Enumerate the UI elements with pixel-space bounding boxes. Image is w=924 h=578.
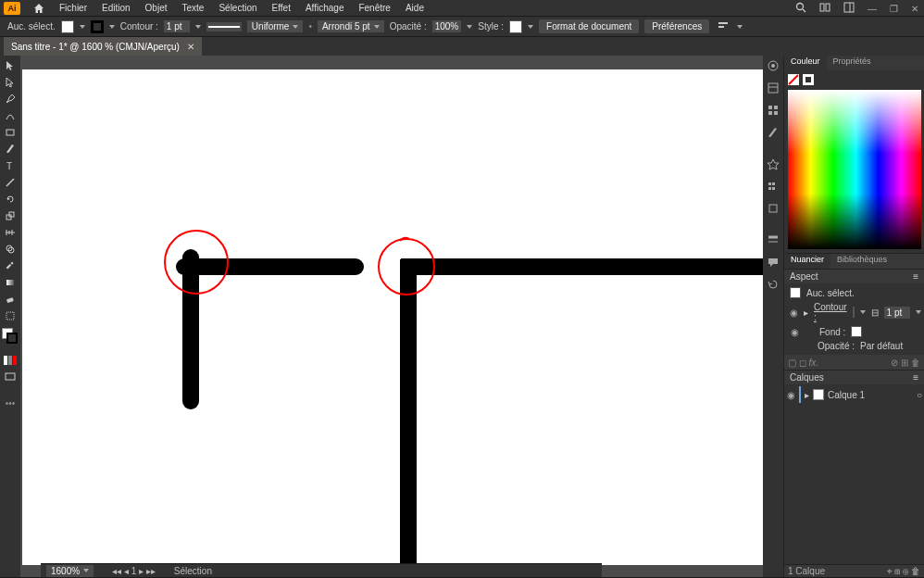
stroke-swatch-panel[interactable] <box>803 74 814 85</box>
window-close[interactable]: ✕ <box>909 4 920 14</box>
corner-dropdown[interactable]: Arrondi 5 pt <box>318 20 384 32</box>
scale-tool[interactable] <box>0 207 20 224</box>
menu-fenetre[interactable]: Fenêtre <box>351 3 397 13</box>
window-minimize[interactable]: — <box>866 4 879 14</box>
opacity-value[interactable]: Par défaut <box>860 341 903 351</box>
stepper-icon[interactable]: ⊟ <box>871 308 879 318</box>
no-fill-swatch[interactable] <box>788 74 799 85</box>
shapebuilder-tool[interactable] <box>0 241 20 258</box>
chevron-down-icon[interactable] <box>916 310 921 314</box>
new-sublayer-icon[interactable]: ⊞ <box>894 566 900 576</box>
layer-row[interactable]: ◉ ▸ Calque 1 ○ <box>784 386 924 403</box>
rotate-tool[interactable] <box>0 191 20 207</box>
transform-icon[interactable] <box>767 202 780 217</box>
brushes-icon[interactable] <box>767 126 780 141</box>
document-format-button[interactable]: Format de document <box>539 19 639 33</box>
clear-icon[interactable]: ⊘ <box>891 358 898 368</box>
tab-proprietes[interactable]: Propriétés <box>827 56 878 70</box>
properties-icon[interactable] <box>767 59 780 74</box>
menu-affichage[interactable]: Affichage <box>298 3 352 13</box>
visibility-icon[interactable]: ◉ <box>790 308 798 318</box>
symbols-icon[interactable] <box>767 157 780 172</box>
line-tool[interactable] <box>0 174 20 191</box>
brush-tool[interactable] <box>0 141 20 157</box>
gradient-tool[interactable] <box>0 274 20 291</box>
canvas-viewport[interactable]: 1600% ◂◂ ◂ 1 ▸ ▸▸ Sélection <box>20 56 763 577</box>
align-panel-icon[interactable] <box>767 180 780 195</box>
trash-icon[interactable]: 🗑 <box>911 358 920 368</box>
align-icon[interactable] <box>718 20 731 33</box>
tab-couleur[interactable]: Couleur <box>784 56 827 70</box>
chevron-down-icon[interactable] <box>528 25 533 29</box>
chevron-down-icon[interactable] <box>109 25 115 29</box>
tab-close[interactable]: ✕ <box>187 42 194 52</box>
comment-icon[interactable] <box>767 256 780 270</box>
width-tool[interactable] <box>0 224 20 241</box>
chevron-down-icon[interactable] <box>80 25 85 29</box>
stroke-uniform-dropdown[interactable]: Uniforme <box>247 20 304 32</box>
stroke-weight-input[interactable]: 1 pt <box>164 20 190 32</box>
chevron-down-icon[interactable] <box>860 310 866 314</box>
chevron-down-icon[interactable] <box>467 25 472 29</box>
panel-menu-icon[interactable]: ≡ <box>913 271 918 282</box>
fill-stroke-indicator[interactable] <box>2 328 19 345</box>
visibility-icon[interactable]: ◉ <box>786 390 795 400</box>
edit-toolbar[interactable]: ••• <box>0 395 20 411</box>
contour-weight[interactable]: 1 pt <box>884 307 910 319</box>
arrange-docs-icon[interactable] <box>818 2 832 15</box>
selection-tool[interactable] <box>0 57 20 74</box>
zoom-input[interactable]: 1600% <box>46 565 94 577</box>
menu-aide[interactable]: Aide <box>398 3 431 13</box>
menu-selection[interactable]: Sélection <box>211 3 264 13</box>
eyedropper-tool[interactable] <box>0 258 20 274</box>
tab-bibliotheques[interactable]: Bibliothèques <box>830 254 893 269</box>
artboard-nav[interactable]: ◂◂ ◂ 1 ▸ ▸▸ <box>112 566 156 576</box>
pen-tool[interactable] <box>0 91 20 107</box>
color-spectrum[interactable] <box>788 90 921 249</box>
style-swatch[interactable] <box>509 20 522 33</box>
artboard[interactable] <box>22 69 763 565</box>
layer-name[interactable]: Calque 1 <box>828 390 865 400</box>
menu-fichier[interactable]: Fichier <box>52 3 94 13</box>
caret-icon[interactable]: ▸ <box>804 308 808 318</box>
tab-nuancier[interactable]: Nuancier <box>784 254 830 269</box>
new-stroke-icon[interactable]: ◻ <box>799 358 806 368</box>
screen-mode[interactable] <box>0 369 20 385</box>
window-maximize[interactable]: ❐ <box>888 4 900 14</box>
menu-texte[interactable]: Texte <box>175 3 212 13</box>
contour-swatch[interactable] <box>853 307 855 318</box>
workspace-icon[interactable] <box>842 2 856 15</box>
stroke-swatch[interactable] <box>91 20 104 33</box>
history-icon[interactable] <box>767 278 780 293</box>
menu-edition[interactable]: Edition <box>94 3 138 13</box>
fond-swatch[interactable] <box>851 326 862 337</box>
home-button[interactable] <box>26 3 52 14</box>
aspect-header[interactable]: Aspect <box>790 271 818 282</box>
visibility-icon[interactable]: ◉ <box>790 327 799 337</box>
locate-icon[interactable]: ⌖ <box>887 566 893 576</box>
document-tab[interactable]: Sans titre - 1* @ 1600 % (CMJN/Aperçu) ✕ <box>4 37 202 56</box>
preferences-button[interactable]: Préférences <box>644 19 709 33</box>
rectangle-tool[interactable] <box>0 124 20 141</box>
artboard-tool[interactable] <box>0 308 20 324</box>
menu-effet[interactable]: Effet <box>265 3 298 13</box>
fill-swatch[interactable] <box>61 20 74 33</box>
chevron-down-icon[interactable] <box>737 25 743 29</box>
stroke-profile-swatch[interactable] <box>206 22 242 31</box>
caret-icon[interactable]: ▸ <box>805 390 809 400</box>
swatches-icon[interactable] <box>767 104 780 119</box>
new-fill-icon[interactable]: ▢ <box>788 358 796 368</box>
new-layer-icon[interactable]: ⊕ <box>903 566 908 576</box>
opacity-input[interactable]: 100% <box>432 20 462 32</box>
layers-header[interactable]: Calques <box>790 372 824 383</box>
search-icon[interactable] <box>793 2 808 15</box>
eraser-tool[interactable] <box>0 291 20 308</box>
stroke-panel-icon[interactable] <box>767 233 780 248</box>
type-tool[interactable]: T <box>0 157 20 174</box>
target-icon[interactable]: ○ <box>917 390 922 400</box>
chevron-down-icon[interactable] <box>195 25 201 29</box>
menu-objet[interactable]: Objet <box>138 3 175 13</box>
libraries-icon[interactable] <box>767 82 780 96</box>
duplicate-icon[interactable]: ⊞ <box>901 358 908 368</box>
color-mode[interactable] <box>0 352 20 369</box>
